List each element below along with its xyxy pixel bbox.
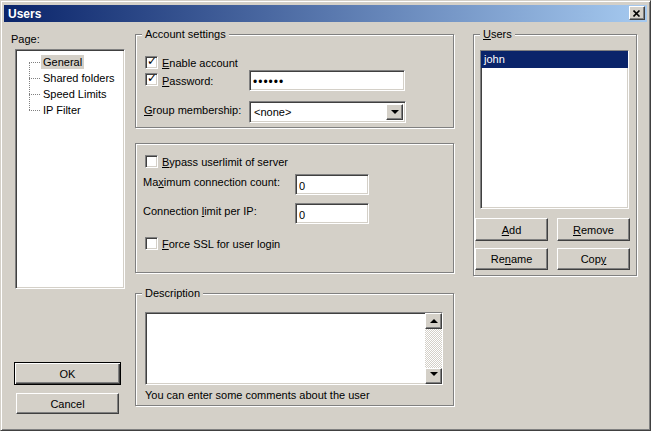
group-membership-label: Group membership: bbox=[144, 104, 241, 117]
password-label: Password: bbox=[162, 75, 213, 88]
close-icon bbox=[633, 10, 641, 17]
page-tree[interactable]: General Shared folders Speed Limits IP F… bbox=[15, 49, 125, 289]
group-description-title: Description bbox=[142, 287, 203, 300]
checkmark-icon: ✓ bbox=[147, 72, 157, 85]
tree-item-stub bbox=[29, 110, 40, 111]
force-ssl-label: Force SSL for user login bbox=[162, 238, 280, 251]
chevron-down-icon bbox=[391, 110, 399, 118]
tree-item-stub bbox=[29, 94, 40, 95]
enable-account-label: Enable account bbox=[162, 57, 238, 70]
description-hint: You can enter some comments about the us… bbox=[145, 389, 370, 402]
group-users-title: Users bbox=[480, 28, 515, 41]
group-account-settings-title: Account settings bbox=[142, 28, 229, 41]
tree-item-stub bbox=[29, 62, 40, 63]
force-ssl-checkbox[interactable]: ✓ bbox=[145, 237, 158, 250]
user-item[interactable]: john bbox=[481, 51, 628, 68]
ok-button[interactable]: OK bbox=[14, 362, 121, 385]
tree-item-ip-filter[interactable]: IP Filter bbox=[16, 102, 124, 118]
tree-item-shared-folders[interactable]: Shared folders bbox=[16, 70, 124, 86]
group-description: Description You can enter some comments … bbox=[135, 293, 454, 406]
scrollbar-up-button[interactable] bbox=[425, 313, 442, 329]
checkmark-icon: ✓ bbox=[147, 55, 157, 68]
tree-item-stub bbox=[29, 78, 40, 79]
scrollbar-down-button[interactable] bbox=[425, 368, 442, 384]
connection-limit-per-ip-input[interactable] bbox=[295, 203, 369, 224]
password-checkbox[interactable]: ✓ bbox=[145, 73, 158, 86]
copy-button[interactable]: Copy bbox=[557, 248, 630, 270]
titlebar[interactable]: Users bbox=[4, 5, 647, 22]
password-input[interactable] bbox=[249, 70, 405, 91]
connection-limit-per-ip-label: Connection limit per IP: bbox=[143, 205, 257, 218]
max-connection-count-label: Maximum connection count: bbox=[143, 176, 280, 189]
group-users: Users john Add Remove Rename Copy bbox=[473, 34, 637, 276]
group-account-settings: Account settings ✓ Enable account ✓ Pass… bbox=[135, 34, 454, 128]
add-button[interactable]: Add bbox=[475, 218, 548, 241]
remove-button[interactable]: Remove bbox=[557, 218, 630, 241]
users-dialog: Users Page: General Shared folders Speed… bbox=[0, 0, 651, 431]
close-button[interactable] bbox=[629, 6, 645, 20]
dropdown-button[interactable] bbox=[386, 104, 403, 120]
bypass-userlimit-label: Bypass userlimit of server bbox=[162, 156, 288, 169]
max-connection-count-input[interactable] bbox=[295, 174, 369, 195]
rename-button[interactable]: Rename bbox=[475, 248, 548, 270]
description-scrollbar[interactable] bbox=[425, 313, 442, 384]
users-list[interactable]: john bbox=[480, 50, 629, 209]
page-label: Page: bbox=[11, 33, 40, 46]
enable-account-checkbox[interactable]: ✓ bbox=[145, 56, 158, 69]
group-connection-limits: ✓ Bypass userlimit of server Maximum con… bbox=[135, 143, 454, 273]
tree-item-general[interactable]: General bbox=[16, 54, 124, 70]
chevron-up-icon bbox=[430, 315, 438, 323]
tree-item-speed-limits[interactable]: Speed Limits bbox=[16, 86, 124, 102]
group-membership-select[interactable]: <none> bbox=[249, 101, 406, 123]
description-textarea[interactable] bbox=[145, 312, 443, 385]
cancel-button[interactable]: Cancel bbox=[16, 393, 119, 414]
chevron-down-icon bbox=[430, 372, 438, 380]
bypass-userlimit-checkbox[interactable]: ✓ bbox=[145, 155, 158, 168]
window-title: Users bbox=[8, 7, 41, 21]
